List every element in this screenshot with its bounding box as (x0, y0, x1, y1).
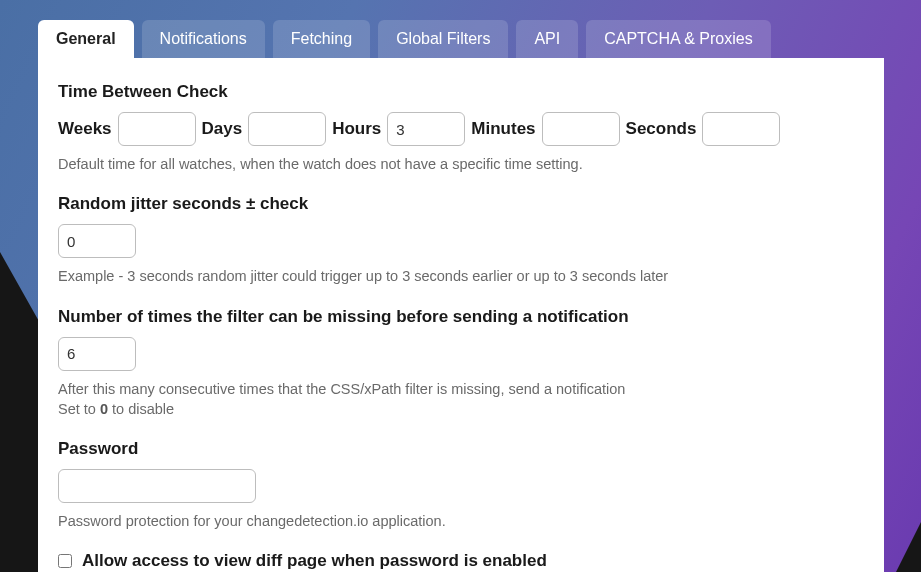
settings-container: General Notifications Fetching Global Fi… (38, 20, 884, 572)
password-input[interactable] (58, 469, 256, 503)
tab-general[interactable]: General (38, 20, 134, 58)
allow-diff-checkbox[interactable] (58, 554, 72, 568)
filter-missing-group: Number of times the filter can be missin… (58, 307, 864, 420)
filter-missing-heading: Number of times the filter can be missin… (58, 307, 864, 327)
hours-input[interactable] (387, 112, 465, 146)
tabs-bar: General Notifications Fetching Global Fi… (38, 20, 884, 58)
tab-fetching[interactable]: Fetching (273, 20, 370, 58)
seconds-label: Seconds (626, 119, 697, 139)
tab-captcha-proxies[interactable]: CAPTCHA & Proxies (586, 20, 770, 58)
tab-api[interactable]: API (516, 20, 578, 58)
password-group: Password Password protection for your ch… (58, 439, 864, 531)
tab-global-filters[interactable]: Global Filters (378, 20, 508, 58)
jitter-group: Random jitter seconds ± check Example - … (58, 194, 864, 286)
time-between-check-group: Time Between Check Weeks Days Hours Minu… (58, 82, 864, 174)
jitter-helper: Example - 3 seconds random jitter could … (58, 266, 864, 286)
minutes-input[interactable] (542, 112, 620, 146)
seconds-input[interactable] (702, 112, 780, 146)
jitter-input[interactable] (58, 224, 136, 258)
time-between-heading: Time Between Check (58, 82, 864, 102)
allow-diff-group: Allow access to view diff page when pass… (58, 551, 864, 572)
allow-diff-label: Allow access to view diff page when pass… (82, 551, 547, 571)
minutes-label: Minutes (471, 119, 535, 139)
filter-missing-helper-prefix: Set to (58, 401, 100, 417)
password-helper: Password protection for your changedetec… (58, 511, 864, 531)
time-between-helper: Default time for all watches, when the w… (58, 154, 864, 174)
time-between-row: Weeks Days Hours Minutes Seconds (58, 112, 864, 146)
filter-missing-helper-suffix: to disable (108, 401, 174, 417)
password-heading: Password (58, 439, 864, 459)
tab-notifications[interactable]: Notifications (142, 20, 265, 58)
filter-missing-helper-bold: 0 (100, 401, 108, 417)
weeks-label: Weeks (58, 119, 112, 139)
jitter-heading: Random jitter seconds ± check (58, 194, 864, 214)
days-label: Days (202, 119, 243, 139)
settings-panel: Time Between Check Weeks Days Hours Minu… (38, 58, 884, 572)
filter-missing-input[interactable] (58, 337, 136, 371)
filter-missing-helper-line1: After this many consecutive times that t… (58, 381, 625, 397)
filter-missing-helper: After this many consecutive times that t… (58, 379, 864, 420)
days-input[interactable] (248, 112, 326, 146)
hours-label: Hours (332, 119, 381, 139)
weeks-input[interactable] (118, 112, 196, 146)
